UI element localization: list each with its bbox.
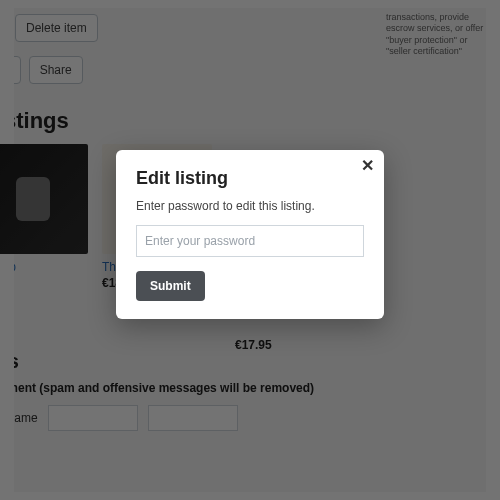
page-root: transactions, provide escrow services, o… [0, 0, 500, 500]
edit-listing-modal: ✕ Edit listing Enter password to edit th… [116, 150, 384, 319]
modal-title: Edit listing [136, 168, 364, 189]
modal-overlay[interactable]: ✕ Edit listing Enter password to edit th… [0, 0, 500, 500]
modal-description: Enter password to edit this listing. [136, 199, 364, 213]
password-input[interactable] [136, 225, 364, 257]
close-icon[interactable]: ✕ [361, 158, 374, 174]
submit-button[interactable]: Submit [136, 271, 205, 301]
